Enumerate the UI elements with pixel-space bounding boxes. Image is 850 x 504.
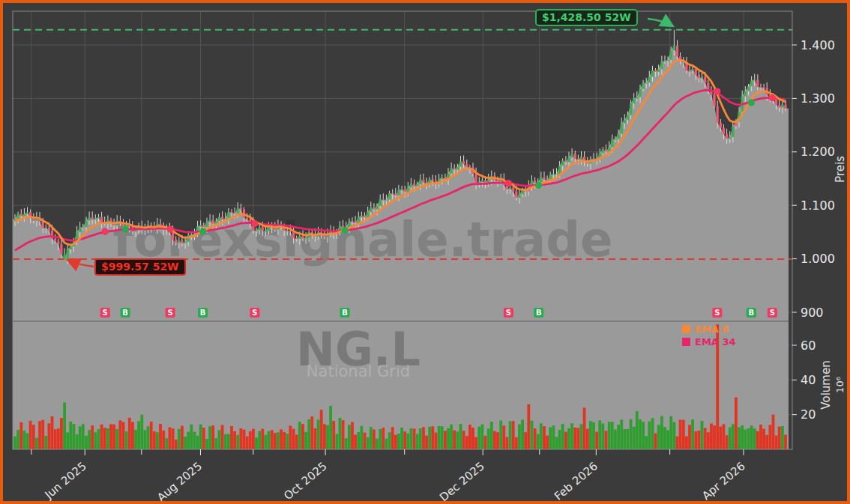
ema8-swatch-icon [682,325,690,333]
price-tick-label: 1.000 [801,252,835,266]
svg-text:S: S [506,309,511,317]
volume-tick-label: 20 [801,407,816,422]
svg-text:B: B [122,309,128,317]
svg-text:S: S [103,309,108,317]
low-52w-annotation: $999.57 52W [94,258,186,276]
volume-axis-title: Volumen [819,360,833,409]
ema8-legend-label: EMA 8 [695,323,729,336]
date-tick-label: Apr 2026 [699,459,747,503]
chart-window: forexsignale.tradeNG.LNational GridSBSBS… [0,0,850,504]
ema34-swatch-icon [682,338,690,346]
symbol-subtitle-watermark: National Grid [307,362,410,380]
volume-tick-label: 60 [801,338,816,353]
price-tick-label: 1.100 [801,198,835,213]
legend-item-ema34: EMA 34 [682,336,736,348]
date-tick-label: Aug 2025 [154,459,205,504]
date-tick-label: Oct 2025 [281,459,329,503]
high-52w-annotation: $1,428.50 52W [535,9,638,26]
ema34-legend-label: EMA 34 [695,336,736,348]
svg-text:B: B [342,309,348,317]
volume-axis-unit: 10⁶ [834,377,846,393]
price-tick-label: 1.300 [801,91,835,106]
svg-text:S: S [714,309,720,317]
svg-text:S: S [252,309,257,317]
high-52w-label: $1,428.50 52W [542,11,631,23]
svg-text:S: S [770,309,775,317]
date-tick-label: Feb 2026 [552,459,600,503]
svg-text:S: S [167,309,172,317]
low-52w-label: $999.57 52W [101,261,179,273]
svg-text:B: B [536,309,542,317]
price-volume-chart: forexsignale.tradeNG.LNational GridSBSBS… [3,3,850,504]
price-tick-label: 1.400 [801,38,835,52]
high-annotation-arrow [648,19,673,26]
date-tick-label: Dec 2025 [437,459,487,504]
ema-legend: EMA 8 EMA 34 [682,323,736,348]
price-tick-label: 900 [801,306,824,320]
legend-item-ema8: EMA 8 [682,323,736,336]
date-tick-label: Jun 2025 [42,459,89,502]
volume-tick-label: 40 [801,373,816,387]
price-axis-title: Preis [834,156,847,183]
price-tick-label: 1.200 [801,145,835,159]
svg-text:B: B [748,309,754,317]
svg-text:B: B [200,309,206,317]
